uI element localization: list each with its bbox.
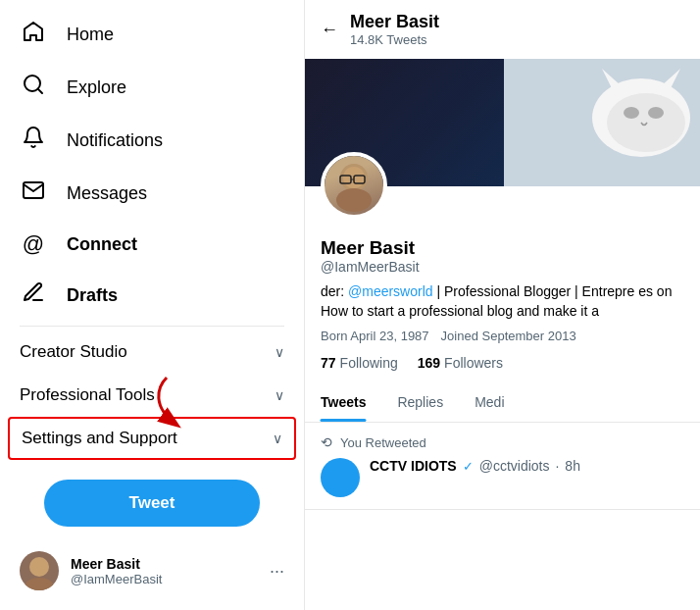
back-arrow-icon[interactable]: ← xyxy=(321,20,338,40)
profile-born: Born April 23, 1987 xyxy=(321,329,429,343)
svg-point-15 xyxy=(29,557,49,577)
connect-label: Connect xyxy=(67,234,137,255)
sidebar-item-connect[interactable]: @ Connect xyxy=(0,220,304,269)
sidebar: Home Explore Notifications xyxy=(0,0,304,610)
messages-label: Messages xyxy=(67,183,147,204)
professional-tools-left: Professional Tools xyxy=(20,385,155,405)
tweet-time-value: 8h xyxy=(565,458,580,474)
profile-meta: Born April 23, 1987 Joined September 201… xyxy=(321,329,684,343)
retweet-label: ⟲ You Retweeted xyxy=(321,434,684,450)
footer-user-info: Meer Basit @IamMeerBasit xyxy=(71,556,162,586)
drafts-icon xyxy=(20,280,47,310)
cat-placeholder xyxy=(504,59,700,186)
profile-stats: 77 Following 169 Followers xyxy=(321,355,684,371)
creator-studio-chevron: ∨ xyxy=(275,344,284,360)
tweet-user-row: CCTV IDIOTS ✓ @cctvidiots · 8h xyxy=(370,458,580,474)
avatar-svg xyxy=(325,156,383,215)
footer-avatar-svg xyxy=(20,551,59,590)
profile-header-info: Meer Basit 14.8K Tweets xyxy=(350,12,439,47)
sidebar-item-creator-studio[interactable]: Creator Studio ∨ xyxy=(0,330,304,374)
cat-svg xyxy=(504,59,700,186)
sidebar-item-professional-tools[interactable]: Professional Tools ∨ xyxy=(0,374,304,417)
user-footer-left: Meer Basit @IamMeerBasit xyxy=(20,551,162,590)
tab-media[interactable]: Medi xyxy=(459,382,520,422)
professional-tools-chevron: ∨ xyxy=(275,387,284,403)
profile-tweet-count: 14.8K Tweets xyxy=(350,32,439,47)
svg-point-12 xyxy=(336,188,372,212)
svg-point-6 xyxy=(648,107,664,119)
tweet-avatar-small xyxy=(321,458,360,497)
tweet-button-container: Tweet xyxy=(0,468,304,538)
profile-name: Meer Basit xyxy=(321,237,684,259)
verified-badge-icon: ✓ xyxy=(463,459,474,474)
followers-count: 169 xyxy=(418,355,440,371)
footer-handle: @IamMeerBasit xyxy=(71,572,162,586)
retweet-icon: ⟲ xyxy=(321,434,332,450)
drafts-label: Drafts xyxy=(67,285,118,306)
bio-text: der: xyxy=(321,283,348,299)
explore-label: Explore xyxy=(67,77,126,98)
user-footer: Meer Basit @IamMeerBasit ··· xyxy=(0,539,304,602)
profile-joined: Joined September 2013 xyxy=(441,329,576,343)
home-icon xyxy=(20,20,47,49)
following-label: Following xyxy=(340,355,398,371)
profile-bio: der: @meersworld | Professional Blogger … xyxy=(321,282,684,321)
notifications-icon xyxy=(20,126,47,155)
notifications-label: Notifications xyxy=(67,130,163,151)
settings-support-label: Settings and Support xyxy=(22,429,177,448)
profile-tabs: Tweets Replies Medi xyxy=(305,382,700,423)
svg-line-14 xyxy=(38,89,42,93)
cat-image xyxy=(504,59,700,186)
footer-avatar xyxy=(20,551,59,590)
profile-handle: @IamMeerBasit xyxy=(321,259,684,275)
footer-more-button[interactable]: ··· xyxy=(270,561,284,582)
sidebar-item-settings-support[interactable]: Settings and Support ∨ xyxy=(10,419,294,458)
settings-support-chevron: ∨ xyxy=(273,431,282,446)
settings-support-left: Settings and Support xyxy=(22,429,177,448)
explore-icon xyxy=(20,73,47,102)
profile-body: Meer Basit @IamMeerBasit der: @meersworl… xyxy=(305,229,700,371)
creator-studio-label: Creator Studio xyxy=(20,342,127,362)
tweet-time: · xyxy=(555,458,559,474)
profile-header-name: Meer Basit xyxy=(350,12,439,32)
settings-support-container: Settings and Support ∨ xyxy=(8,417,296,460)
home-label: Home xyxy=(67,25,114,45)
svg-point-2 xyxy=(607,93,685,152)
bio-mention[interactable]: @meersworld xyxy=(348,283,433,299)
svg-point-16 xyxy=(25,578,53,590)
sidebar-item-home[interactable]: Home xyxy=(0,8,304,61)
profile-avatar xyxy=(321,152,387,219)
sidebar-item-drafts[interactable]: Drafts xyxy=(0,269,304,322)
tweet-handle: @cctvidiots xyxy=(479,458,550,474)
nav-divider xyxy=(20,326,284,327)
followers-label: Followers xyxy=(444,355,503,371)
tweet-button[interactable]: Tweet xyxy=(44,480,260,527)
avatar-inner xyxy=(325,156,383,215)
tweet-username: CCTV IDIOTS xyxy=(370,458,457,474)
professional-tools-label: Professional Tools xyxy=(20,385,155,405)
tab-tweets[interactable]: Tweets xyxy=(305,382,381,422)
sidebar-item-explore[interactable]: Explore xyxy=(0,61,304,114)
creator-studio-left: Creator Studio xyxy=(20,342,127,362)
connect-icon: @ xyxy=(20,231,47,257)
svg-point-5 xyxy=(624,107,639,119)
retweet-text: You Retweeted xyxy=(340,435,426,450)
followers-stat[interactable]: 169 Followers xyxy=(418,355,503,371)
tweet-preview: CCTV IDIOTS ✓ @cctvidiots · 8h xyxy=(321,458,684,497)
profile-panel: ← Meer Basit 14.8K Tweets xyxy=(304,0,700,610)
tab-replies[interactable]: Replies xyxy=(381,382,459,422)
following-count: 77 xyxy=(321,355,336,371)
sidebar-item-notifications[interactable]: Notifications xyxy=(0,114,304,167)
profile-header: ← Meer Basit 14.8K Tweets xyxy=(305,0,700,59)
messages-icon xyxy=(20,178,47,208)
nav-list: Home Explore Notifications xyxy=(0,0,304,460)
footer-username: Meer Basit xyxy=(71,556,162,572)
retweet-section: ⟲ You Retweeted CCTV IDIOTS ✓ @cctvidiot… xyxy=(305,423,700,510)
tweet-content-preview: CCTV IDIOTS ✓ @cctvidiots · 8h xyxy=(370,458,580,497)
sidebar-item-messages[interactable]: Messages xyxy=(0,167,304,220)
following-stat[interactable]: 77 Following xyxy=(321,355,398,371)
